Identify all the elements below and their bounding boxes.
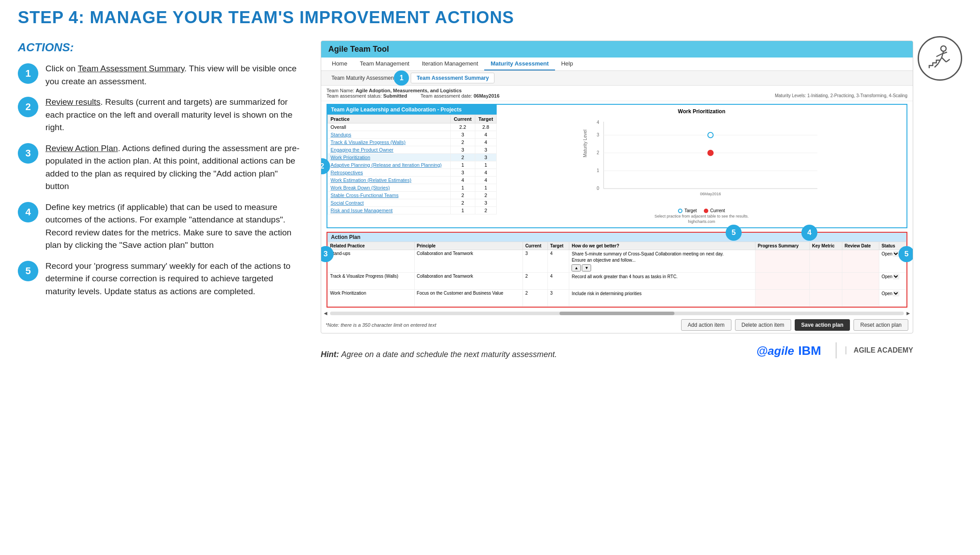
- table-row[interactable]: Work Estimation (Relative Estimates) 4 4: [328, 177, 497, 184]
- svg-point-0: [941, 46, 946, 51]
- legend-target: Target: [678, 208, 697, 213]
- ap-target-cell: 4: [548, 250, 569, 273]
- table-row[interactable]: Stable Cross-Functional Teams 2 2: [328, 192, 497, 199]
- ap-how-cell[interactable]: Include risk in determining priorities: [569, 290, 755, 307]
- practice-table-wrapper: Team Agile Leadership and Collaboration …: [327, 105, 497, 227]
- step-5-text: Record your 'progress summary' weekly fo…: [45, 260, 303, 298]
- legend-current-dot: [704, 209, 708, 213]
- nav-iteration-management[interactable]: Iteration Management: [416, 58, 484, 70]
- col-target: Target: [475, 115, 496, 123]
- ap-progress-cell[interactable]: [755, 250, 810, 273]
- table-row[interactable]: Engaging the Product Owner 3 3: [328, 146, 497, 154]
- col-ap-current: Current: [523, 242, 548, 250]
- running-man-icon: [918, 36, 962, 81]
- branding-divider: [836, 342, 837, 358]
- page-header: STEP 4: MANAGE YOUR TEAM'S IMPROVEMENT A…: [0, 0, 980, 32]
- legend-target-dot: [678, 209, 682, 213]
- step-3-text: Review Action Plan. Actions defined duri…: [45, 142, 303, 193]
- legend-target-label: Target: [684, 208, 697, 213]
- practice-cell: Work Break Down (Stories): [328, 184, 451, 192]
- reset-action-plan-button[interactable]: Reset action plan: [853, 319, 908, 331]
- ap-date-cell[interactable]: [842, 273, 879, 290]
- scrollbar-track[interactable]: [330, 312, 904, 315]
- ap-progress-cell[interactable]: [755, 273, 810, 290]
- assessment-section: Team Agile Leadership and Collaboration …: [327, 104, 907, 228]
- current-cell: 1: [450, 161, 475, 169]
- step-4-item: 4 Define key metrics (if applicable) tha…: [18, 201, 303, 252]
- target-cell: 2: [475, 192, 496, 199]
- delete-action-item-button[interactable]: Delete action item: [735, 319, 791, 331]
- assessment-status-label: Team assessment status: Submitted: [327, 93, 407, 99]
- ap-target-cell: 3: [548, 290, 569, 307]
- svg-text:4: 4: [596, 120, 599, 125]
- ap-status-cell: Open: [879, 273, 906, 290]
- ap-status-cell: Open: [879, 290, 906, 307]
- ap-date-cell[interactable]: [842, 290, 879, 307]
- ap-status-select[interactable]: [893, 291, 899, 296]
- target-cell: 3: [475, 146, 496, 154]
- practice-cell: Overall: [328, 123, 451, 131]
- current-cell: 3: [450, 169, 475, 177]
- practice-cell: Stable Cross-Functional Teams: [328, 192, 451, 199]
- col-review-date: Review Date: [842, 242, 879, 250]
- table-row[interactable]: Work Prioritization 2 3: [328, 154, 497, 161]
- step-5-circle: 5: [18, 261, 38, 281]
- ap-metric-cell[interactable]: [809, 273, 842, 290]
- ap-how-cell[interactable]: Share 5-minute summary of Cross-Squad Co…: [569, 250, 755, 273]
- hint-text: Hint: Agree on a date and schedule the n…: [321, 350, 557, 359]
- table-row[interactable]: Retrospectives 3 4: [328, 169, 497, 177]
- ap-current-cell: 2: [523, 273, 548, 290]
- scrollbar-thumb[interactable]: [559, 312, 674, 315]
- nav-maturity-assessment[interactable]: Maturity Assessment: [484, 58, 555, 70]
- tab-team-assessment-summary[interactable]: Team Assessment Summary: [411, 73, 494, 83]
- ap-status-select[interactable]: [893, 274, 899, 280]
- current-cell: 4: [450, 177, 475, 184]
- target-cell: 3: [475, 199, 496, 207]
- ap-how-cell[interactable]: Record all work greater than 4 hours as …: [569, 273, 755, 290]
- ap-practice-cell: Track & Visualize Progress (Walls): [328, 273, 415, 290]
- table-row[interactable]: Risk and Issue Management 1 2: [328, 207, 497, 214]
- table-row[interactable]: Standups 3 4: [328, 131, 497, 139]
- right-panel: Agile Team Tool Home Team Management Ite…: [321, 41, 962, 361]
- step-1-item: 1 Click on Team Assessment Summary. This…: [18, 62, 303, 88]
- current-cell: 2: [450, 192, 475, 199]
- step-4-overlay: 4: [801, 225, 817, 241]
- practice-cell: Retrospectives: [328, 169, 451, 177]
- step-5b-overlay: 5: [898, 246, 913, 262]
- ap-progress-cell[interactable]: [755, 290, 810, 307]
- action-plan-wrapper: 3 4 5 5 Action Plan Related Practice Pri…: [324, 232, 910, 308]
- team-info-row2: Team assessment status: Submitted Team a…: [327, 93, 907, 99]
- nav-home[interactable]: Home: [326, 58, 354, 70]
- main-content: ACTIONS: 1 Click on Team Assessment Summ…: [0, 32, 980, 366]
- table-row[interactable]: Social Contract 2 3: [328, 199, 497, 207]
- current-cell: 3: [450, 131, 475, 139]
- current-cell: 2: [450, 154, 475, 161]
- svg-text:@agile: @agile: [756, 344, 794, 358]
- how-scroll-down[interactable]: ▼: [582, 264, 591, 271]
- svg-text:2: 2: [596, 150, 599, 155]
- ap-metric-cell[interactable]: [809, 290, 842, 307]
- table-row[interactable]: Adaptive Planning (Release and Iteration…: [328, 161, 497, 169]
- how-scroll-up[interactable]: ▲: [572, 264, 581, 271]
- practice-cell: Risk and Issue Management: [328, 207, 451, 214]
- table-row[interactable]: Track & Visualize Progress (Walls) 2 4: [328, 139, 497, 146]
- tab-team-maturity[interactable]: Team Maturity Assessment: [326, 73, 401, 83]
- tab-step-1-overlay: 1: [394, 70, 409, 86]
- nav-help[interactable]: Help: [555, 58, 580, 70]
- ap-principle-cell: Collaboration and Teamwork: [414, 250, 523, 273]
- add-action-item-button[interactable]: Add action item: [681, 319, 731, 331]
- ap-metric-cell[interactable]: [809, 250, 842, 273]
- col-practice: Practice: [328, 115, 451, 123]
- agile-academy-label: AGILE ACADEMY: [845, 346, 913, 354]
- practice-cell: Standups: [328, 131, 451, 139]
- scrollbar-right-arrow[interactable]: ▶: [906, 311, 910, 316]
- practice-table: Practice Current Target Overall 2.2 2.8: [327, 115, 497, 214]
- ap-principle-cell: Focus on the Customer and Business Value: [414, 290, 523, 307]
- current-cell: 2.2: [450, 123, 475, 131]
- nav-team-management[interactable]: Team Management: [354, 58, 416, 70]
- scrollbar-left-arrow[interactable]: ◀: [324, 311, 327, 316]
- chart-area: Work Prioritization 0 1 2 3 4: [497, 105, 906, 227]
- ap-date-cell[interactable]: [842, 250, 879, 273]
- table-row[interactable]: Work Break Down (Stories) 1 1: [328, 184, 497, 192]
- save-action-plan-button[interactable]: Save action plan: [795, 319, 850, 331]
